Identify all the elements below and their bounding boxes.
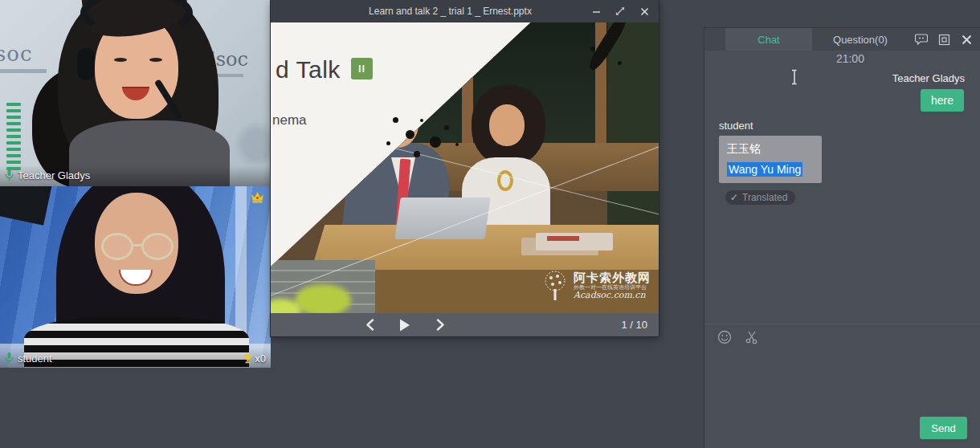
check-icon: ✓: [730, 192, 738, 203]
message-bubble-icon[interactable]: [914, 32, 929, 47]
window-title: Learn and talk 2 _ trial 1 _ Ernest.pptx: [271, 6, 582, 17]
backdrop-partial-logo: soc: [0, 42, 33, 66]
slide-navigation-bar: 1 / 10: [271, 313, 659, 336]
slide-title-text: d Talk: [276, 56, 341, 83]
student-background-panel: [235, 186, 247, 347]
previous-slide-button[interactable]: [361, 316, 378, 334]
crown-icon: [251, 191, 264, 206]
slide-body-text: nema: [272, 112, 307, 128]
headset-earcup: [77, 48, 95, 80]
microphone-icon: [5, 169, 14, 181]
audio-level-indicator: [6, 103, 21, 170]
student-glasses-right: [141, 233, 174, 260]
message-sender: student: [719, 120, 753, 132]
acadsoc-watermark: 阿卡索外教网 外教一对一在线英语培训平台 Acadsoc.com.cn: [541, 270, 651, 302]
trophy-count: x0: [255, 352, 266, 365]
screenshot-cut-icon[interactable]: [745, 330, 759, 348]
chat-header: Chat Question(0): [704, 28, 980, 51]
watermark-cn-text: 阿卡索外教网: [574, 271, 651, 284]
microphone-icon: [5, 352, 14, 365]
teacher-message-bubble: here: [921, 89, 964, 112]
message-translated-text-selected: Wang Yu Ming: [727, 162, 802, 177]
send-button[interactable]: Send: [920, 417, 967, 439]
student-glasses-left: [101, 233, 133, 260]
emoji-icon[interactable]: [717, 330, 732, 348]
app-window: soc Acadsoc Teacher Gladys: [0, 0, 980, 448]
watermark-url: Acadsoc.com.cn: [574, 291, 651, 301]
close-button[interactable]: [638, 5, 651, 18]
message-original-text: 王玉铭: [727, 142, 814, 157]
play-button[interactable]: [396, 316, 414, 334]
popout-window-icon[interactable]: [937, 32, 951, 47]
text-cursor: [790, 69, 799, 85]
student-name-label: student: [18, 352, 52, 365]
maximize-button[interactable]: [614, 5, 627, 18]
student-glasses-bridge: [132, 244, 143, 246]
teacher-eye: [114, 58, 127, 62]
message-sender: Teacher Gladys: [892, 72, 965, 84]
translated-label: Translated: [742, 192, 787, 203]
class-timer: 21:00: [704, 52, 864, 65]
tab-chat[interactable]: Chat: [725, 28, 812, 51]
backdrop-partial-tagline: [0, 69, 47, 73]
chat-input-area[interactable]: Send: [704, 324, 980, 448]
backdrop-tree-pattern: [233, 120, 271, 169]
trophy-icon: [243, 353, 253, 364]
teacher-eye: [149, 58, 162, 62]
page-indicator: 1 / 10: [621, 319, 647, 331]
student-message-bubble: 王玉铭 Wang Yu Ming: [719, 136, 822, 183]
watermark-tree-icon: [541, 270, 569, 302]
tab-question[interactable]: Question(0): [812, 28, 909, 51]
presentation-window: Learn and talk 2 _ trial 1 _ Ernest.pptx: [271, 0, 659, 336]
teacher-name-label: Teacher Gladys: [18, 169, 90, 181]
teacher-video-feed[interactable]: soc Acadsoc Teacher Gladys: [0, 0, 271, 186]
chat-panel: Chat Question(0): [704, 28, 980, 448]
pause-button[interactable]: II: [351, 58, 373, 79]
chat-close-icon[interactable]: [959, 32, 974, 47]
next-slide-button[interactable]: [431, 316, 449, 334]
minimize-button[interactable]: [590, 5, 602, 18]
student-video-feed[interactable]: student x0: [0, 186, 271, 368]
translated-badge: ✓ Translated: [725, 190, 795, 205]
slide-canvas[interactable]: 阿卡索外教网 外教一对一在线英语培训平台 Acadsoc.com.cn d Ta…: [271, 22, 659, 313]
photo-laptop: [394, 198, 490, 239]
window-titlebar[interactable]: Learn and talk 2 _ trial 1 _ Ernest.pptx: [271, 0, 659, 22]
